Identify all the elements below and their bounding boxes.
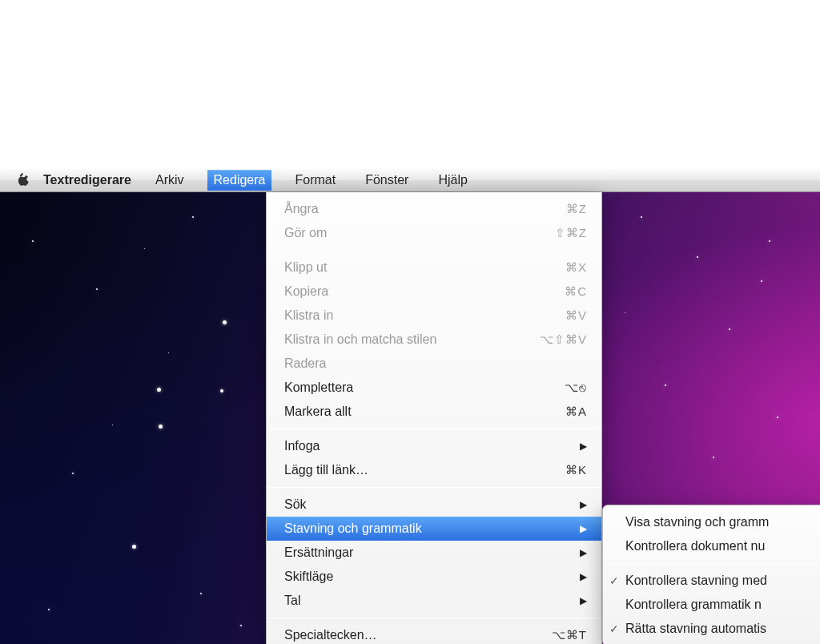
menu-hjalp[interactable]: Hjälp xyxy=(432,170,473,191)
menu-item-radera[interactable]: Radera xyxy=(267,352,601,376)
menu-divider xyxy=(267,618,601,618)
checkmark-icon: ✓ xyxy=(609,622,619,635)
menu-redigera[interactable]: Redigera xyxy=(207,170,272,191)
menu-item-lagg-till-lank[interactable]: Lägg till länk… ⌘K xyxy=(267,458,601,482)
menu-item-gor-om[interactable]: Gör om ⇧⌘Z xyxy=(267,221,601,245)
checkmark-icon: ✓ xyxy=(609,574,619,587)
menu-item-tal[interactable]: Tal ▶ xyxy=(267,589,601,613)
dropdown-stavning-grammatik: Visa stavning och gramm Kontrollera doku… xyxy=(602,505,820,644)
submenu-item-visa-stavning[interactable]: Visa stavning och gramm xyxy=(603,510,820,534)
menu-item-sok[interactable]: Sök ▶ xyxy=(267,493,601,517)
menu-item-klistra-in[interactable]: Klistra in ⌘V xyxy=(267,304,601,328)
menu-fonster[interactable]: Fönster xyxy=(359,170,415,191)
submenu-arrow-icon: ▶ xyxy=(580,523,587,534)
menubar: Textredigerare Arkiv Redigera Format Fön… xyxy=(0,169,820,192)
submenu-item-kontrollera-grammatik[interactable]: Kontrollera grammatik n xyxy=(603,593,820,617)
menu-item-kopiera[interactable]: Kopiera ⌘C xyxy=(267,280,601,304)
menu-divider xyxy=(267,250,601,251)
submenu-item-kontrollera-nu[interactable]: Kontrollera dokument nu xyxy=(603,534,820,558)
menu-item-klipp-ut[interactable]: Klipp ut ⌘X xyxy=(267,256,601,280)
menu-item-markera-allt[interactable]: Markera allt ⌘A xyxy=(267,400,601,424)
submenu-arrow-icon: ▶ xyxy=(580,547,587,558)
menu-divider xyxy=(267,429,601,429)
menu-item-specialtecken[interactable]: Specialtecken… ⌥⌘T xyxy=(267,623,601,644)
submenu-item-ratta-auto[interactable]: ✓ Rätta stavning automatis xyxy=(603,617,820,641)
apple-menu-icon[interactable] xyxy=(14,172,29,188)
submenu-arrow-icon: ▶ xyxy=(580,595,587,606)
menu-item-stavning-grammatik[interactable]: Stavning och grammatik ▶ xyxy=(267,517,601,541)
dropdown-redigera: Ångra ⌘Z Gör om ⇧⌘Z Klipp ut ⌘X Kopiera … xyxy=(266,192,602,644)
menu-divider xyxy=(604,563,820,564)
menu-format[interactable]: Format xyxy=(288,170,342,191)
menu-item-ersattningar[interactable]: Ersättningar ▶ xyxy=(267,541,601,565)
submenu-arrow-icon: ▶ xyxy=(580,499,587,510)
menu-item-angra[interactable]: Ångra ⌘Z xyxy=(267,197,601,221)
menu-item-skiftlage[interactable]: Skiftläge ▶ xyxy=(267,565,601,589)
submenu-arrow-icon: ▶ xyxy=(580,441,587,452)
menu-arkiv[interactable]: Arkiv xyxy=(149,170,191,191)
menu-item-infoga[interactable]: Infoga ▶ xyxy=(267,434,601,458)
app-name[interactable]: Textredigerare xyxy=(43,173,131,187)
menu-divider xyxy=(267,487,601,488)
menu-item-komplettera[interactable]: Komplettera ⌥⎋ xyxy=(267,376,601,400)
submenu-item-kontrollera-stavning[interactable]: ✓ Kontrollera stavning med xyxy=(603,569,820,593)
menu-item-klistra-in-matcha[interactable]: Klistra in och matcha stilen ⌥⇧⌘V xyxy=(267,328,601,352)
submenu-arrow-icon: ▶ xyxy=(580,571,587,582)
